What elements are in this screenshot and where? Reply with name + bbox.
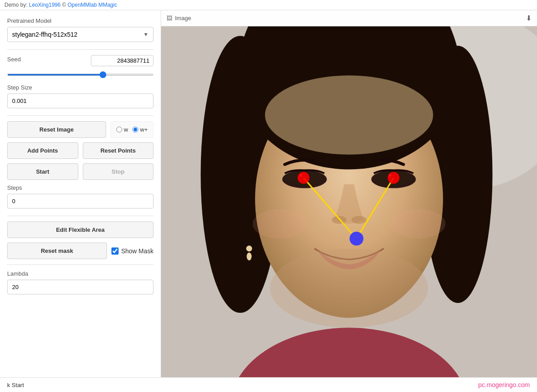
steps-section: Steps bbox=[7, 184, 153, 209]
lambda-label: Lambda bbox=[7, 270, 153, 277]
radio-w-text: w bbox=[124, 126, 128, 133]
step-size-section: Step Size bbox=[7, 84, 153, 108]
divider-4 bbox=[7, 264, 153, 265]
points-row: Add Points Reset Points bbox=[7, 142, 153, 159]
start-button[interactable]: Start bbox=[7, 163, 78, 180]
model-select[interactable]: stylegan2-ffhq-512x512stylegan2-cat-256x… bbox=[12, 31, 149, 38]
lambda-section: Lambda bbox=[7, 270, 153, 294]
radio-group: w w+ bbox=[111, 121, 153, 138]
radio-w-label[interactable]: w bbox=[116, 126, 128, 133]
svg-point-28 bbox=[388, 172, 400, 184]
brand-text: pc.mogeringo.com bbox=[478, 381, 530, 388]
seed-row: Seed bbox=[7, 55, 153, 66]
step-size-label: Step Size bbox=[7, 84, 153, 91]
top-bar: Demo by: LeoXing1996 © OpenMMlab MMagic bbox=[0, 0, 537, 10]
svg-point-23 bbox=[247, 252, 251, 260]
mask-row: Reset mask Show Mask bbox=[7, 243, 153, 259]
svg-point-27 bbox=[298, 172, 310, 184]
radio-wplus-label[interactable]: w+ bbox=[132, 126, 148, 133]
reset-image-button[interactable]: Reset Image bbox=[7, 121, 106, 138]
image-canvas[interactable]: AI Generated bbox=[161, 26, 537, 392]
image-panel-header: 🖼 Image ⬇ bbox=[161, 10, 537, 26]
lambda-input[interactable] bbox=[7, 280, 153, 294]
image-tab-label: Image bbox=[175, 15, 191, 21]
model-section: Pretrained Model stylegan2-ffhq-512x512s… bbox=[7, 17, 153, 42]
steps-input[interactable] bbox=[7, 194, 153, 209]
stop-button[interactable]: Stop bbox=[83, 163, 154, 180]
reset-points-button[interactable]: Reset Points bbox=[83, 142, 154, 159]
download-icon[interactable]: ⬇ bbox=[526, 14, 532, 22]
copyright: © bbox=[62, 2, 66, 8]
step-size-input[interactable] bbox=[7, 94, 153, 108]
radio-w[interactable] bbox=[116, 127, 122, 132]
seed-section: Seed bbox=[7, 55, 153, 77]
model-label: Pretrained Model bbox=[7, 17, 153, 24]
bottom-left-text: k Start bbox=[7, 382, 24, 388]
show-mask-label: Show Mask bbox=[121, 247, 153, 255]
svg-point-20 bbox=[252, 209, 307, 239]
author-link[interactable]: LeoXing1996 bbox=[29, 2, 61, 8]
image-tab: 🖼 Image bbox=[166, 15, 191, 21]
demo-text: Demo by: bbox=[4, 2, 27, 8]
sidebar: Pretrained Model stylegan2-ffhq-512x512s… bbox=[0, 10, 161, 392]
svg-point-21 bbox=[391, 209, 446, 239]
svg-point-22 bbox=[246, 246, 252, 251]
radio-wplus[interactable] bbox=[132, 127, 138, 132]
reset-radio-row: Reset Image w w+ bbox=[7, 121, 153, 138]
slider-wrapper bbox=[7, 70, 153, 77]
seed-slider[interactable] bbox=[7, 74, 153, 76]
edit-flexible-button[interactable]: Edit Flexible Area bbox=[7, 222, 153, 238]
show-mask-checkbox[interactable] bbox=[111, 247, 119, 255]
radio-wplus-text: w+ bbox=[140, 126, 148, 133]
image-icon: 🖼 bbox=[166, 15, 172, 21]
add-points-button[interactable]: Add Points bbox=[7, 142, 78, 159]
svg-point-9 bbox=[265, 76, 433, 155]
reset-mask-button[interactable]: Reset mask bbox=[7, 243, 107, 259]
face-image-svg: AI Generated bbox=[161, 26, 537, 392]
steps-label: Steps bbox=[7, 184, 153, 191]
main-layout: Pretrained Model stylegan2-ffhq-512x512s… bbox=[0, 10, 537, 392]
svg-point-19 bbox=[352, 216, 367, 224]
image-panel: 🖼 Image ⬇ bbox=[161, 10, 537, 392]
divider-1 bbox=[7, 49, 153, 50]
svg-point-24 bbox=[270, 248, 428, 328]
start-stop-row: Start Stop bbox=[7, 163, 153, 180]
model-dropdown[interactable]: stylegan2-ffhq-512x512stylegan2-cat-256x… bbox=[7, 27, 153, 42]
show-mask-row: Show Mask bbox=[111, 243, 153, 259]
divider-2 bbox=[7, 115, 153, 116]
seed-label: Seed bbox=[7, 56, 21, 63]
bottom-bar: k Start pc.mogeringo.com bbox=[0, 377, 537, 392]
divider-3 bbox=[7, 216, 153, 216]
org-link-text[interactable]: OpenMMlab MMagic bbox=[68, 2, 117, 8]
svg-point-29 bbox=[349, 232, 363, 246]
seed-input[interactable] bbox=[91, 55, 153, 66]
